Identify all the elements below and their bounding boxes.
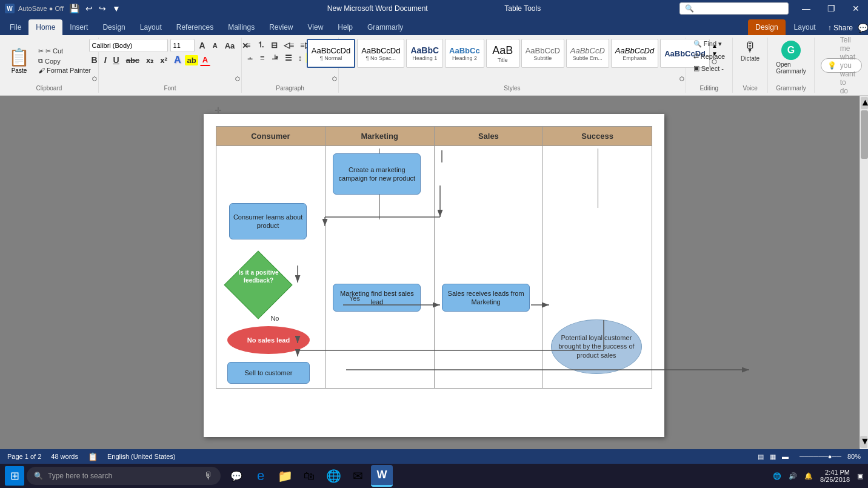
tab-view[interactable]: View — [301, 19, 331, 35]
justify-btn[interactable]: ☰ — [282, 53, 295, 63]
network-icon[interactable]: 🌐 — [773, 472, 781, 480]
replace-btn[interactable]: ⇄ Replace — [691, 51, 727, 61]
tab-file[interactable]: File — [2, 19, 28, 35]
subscript-btn[interactable]: x₂ — [144, 55, 156, 65]
scroll-up-btn[interactable]: ▲ — [861, 97, 868, 109]
volume-icon[interactable]: 🔊 — [789, 472, 797, 480]
font-size-input[interactable] — [170, 39, 195, 52]
positive-feedback-diamond[interactable] — [224, 250, 293, 319]
redo-btn[interactable]: ↪ — [97, 2, 108, 15]
comments-btn[interactable]: 💬 — [858, 23, 868, 33]
tab-references[interactable]: References — [169, 19, 221, 35]
tab-mailings[interactable]: Mailings — [221, 19, 262, 35]
style-h1[interactable]: AaBbC Heading 1 — [406, 39, 443, 68]
cut-button[interactable]: ✂ ✂ Cut — [36, 47, 93, 56]
style-subtle[interactable]: AaBbCcD Subtle Em... — [566, 39, 609, 68]
strikethrough-btn[interactable]: abc — [124, 55, 142, 65]
clock[interactable]: 2:41 PM 8/26/2018 — [820, 469, 850, 483]
style-title[interactable]: AaB Title — [486, 39, 519, 68]
tab-layout[interactable]: Layout — [133, 19, 169, 35]
scroll-down-btn[interactable]: ▼ — [860, 436, 867, 448]
superscript-btn[interactable]: x² — [158, 55, 170, 65]
web-layout-btn[interactable]: ▬ — [782, 453, 789, 460]
taskbar-app-cortana[interactable]: 💬 — [225, 465, 247, 487]
zoom-slider[interactable]: ──────●── — [800, 453, 841, 460]
minimize-btn[interactable]: — — [798, 2, 814, 15]
multilevel-btn[interactable]: ⊟ — [269, 40, 280, 50]
mic-icon[interactable]: 🎙 — [204, 470, 213, 481]
sell-to-customer-shape[interactable]: Sell to customer — [227, 362, 310, 384]
decrease-indent-btn[interactable]: ◁≡ — [281, 40, 297, 50]
quick-access-dropdown[interactable]: ▼ — [110, 2, 122, 15]
numbering-btn[interactable]: ⒈ — [255, 39, 267, 51]
style-h2[interactable]: AaBbCc Heading 2 — [445, 39, 484, 68]
vertical-scrollbar[interactable]: ▲ ▼ — [860, 96, 868, 449]
marketing-find-shape[interactable]: Marketing find best sales lead — [333, 284, 421, 312]
taskbar-app-word[interactable]: W — [371, 465, 393, 487]
close-btn[interactable]: ✕ — [849, 2, 863, 15]
taskbar-app-explorer[interactable]: 📁 — [274, 465, 296, 487]
align-right-btn[interactable]: ⫡ — [269, 53, 281, 63]
style-subtitle[interactable]: AaBbCcD Subtitle — [521, 39, 564, 68]
para-expander[interactable]: ⬡ — [332, 76, 337, 82]
paste-button[interactable]: 📋 Paste — [5, 46, 33, 75]
highlight-btn[interactable]: ab — [185, 55, 198, 65]
proofing-icon[interactable]: 📋 — [88, 452, 98, 461]
search-box[interactable]: 🔍 — [679, 2, 789, 15]
sales-receives-shape[interactable]: Sales receives leads from Marketing — [442, 284, 530, 312]
align-center-btn[interactable]: ≡ — [258, 53, 267, 63]
tell-me-input[interactable]: 💡 Tell me what you want to do — [821, 58, 862, 73]
scroll-thumb[interactable] — [861, 110, 868, 159]
tab-review[interactable]: Review — [262, 19, 300, 35]
taskbar-search[interactable]: 🔍 Type here to search 🎙 — [27, 467, 221, 485]
tab-help[interactable]: Help — [330, 19, 360, 35]
taskbar-app-mail[interactable]: ✉ — [347, 465, 369, 487]
start-button[interactable]: ⊞ — [5, 466, 24, 486]
consumer-learns-shape[interactable]: Consumer learns about product — [229, 203, 307, 239]
taskbar-app-chrome[interactable]: 🌐 — [322, 465, 344, 487]
taskbar-app-edge[interactable]: e — [250, 465, 272, 487]
no-sales-lead-shape[interactable]: No sales lead — [227, 326, 310, 354]
underline-btn[interactable]: U — [111, 55, 122, 65]
bullets-btn[interactable]: ≡ — [244, 40, 253, 50]
tab-home[interactable]: Home — [28, 19, 62, 35]
dictate-btn[interactable]: 🎙 Dictate — [738, 39, 763, 64]
change-case-btn[interactable]: Aa — [222, 41, 238, 51]
style-normal[interactable]: AaBbCcDd ¶ Normal — [307, 39, 355, 68]
save-quick-btn[interactable]: 💾 — [67, 2, 81, 15]
print-layout-btn[interactable]: ▦ — [770, 453, 776, 461]
read-mode-btn[interactable]: ▤ — [758, 453, 764, 461]
bold-btn[interactable]: B — [89, 55, 100, 65]
font-shrink-btn[interactable]: A — [210, 41, 220, 50]
font-color-btn[interactable]: A — [200, 55, 210, 66]
copy-button[interactable]: ⧉ Copy — [36, 56, 93, 65]
table-move-handle[interactable]: ✛ — [215, 105, 222, 115]
style-emphasis[interactable]: AaBbCcDd Emphasis — [611, 39, 658, 68]
tab-grammarly[interactable]: Grammarly — [360, 19, 410, 35]
font-expander[interactable]: ⬡ — [235, 76, 240, 82]
undo-btn[interactable]: ↩ — [84, 2, 95, 15]
tab-table-design[interactable]: Design — [748, 19, 785, 35]
italic-btn[interactable]: I — [102, 55, 109, 65]
restore-btn[interactable]: ❐ — [824, 2, 839, 15]
create-marketing-shape[interactable]: Create a marketing campaign for new prod… — [333, 153, 421, 195]
tab-design[interactable]: Design — [95, 19, 132, 35]
line-spacing-btn[interactable]: ↕ — [296, 53, 305, 63]
select-btn[interactable]: ▣ Select - — [691, 63, 727, 73]
action-center-icon[interactable]: ▣ — [857, 472, 863, 480]
taskbar-app-store[interactable]: 🛍 — [298, 465, 320, 487]
format-painter-button[interactable]: 🖌 Format Painter — [36, 66, 93, 75]
share-btn[interactable]: ↑ Share — [828, 24, 853, 32]
font-name-input[interactable] — [89, 39, 168, 52]
find-btn[interactable]: 🔍 Find ▾ — [691, 39, 727, 49]
tab-table-layout[interactable]: Layout — [787, 19, 823, 35]
notification-icon[interactable]: 🔔 — [804, 472, 813, 480]
styles-expander[interactable]: ⬡ — [679, 76, 684, 82]
style-no-space[interactable]: AaBbCcDd ¶ No Spac... — [357, 39, 404, 68]
text-effect-btn[interactable]: A — [172, 54, 184, 66]
tab-insert[interactable]: Insert — [62, 19, 95, 35]
font-grow-btn[interactable]: A — [197, 40, 208, 51]
align-left-btn[interactable]: ⫠ — [244, 53, 256, 63]
grammarly-btn[interactable]: G OpenGrammarly — [773, 39, 809, 76]
potential-loyal-shape[interactable]: Potential loyal customer brought by the … — [551, 319, 642, 374]
